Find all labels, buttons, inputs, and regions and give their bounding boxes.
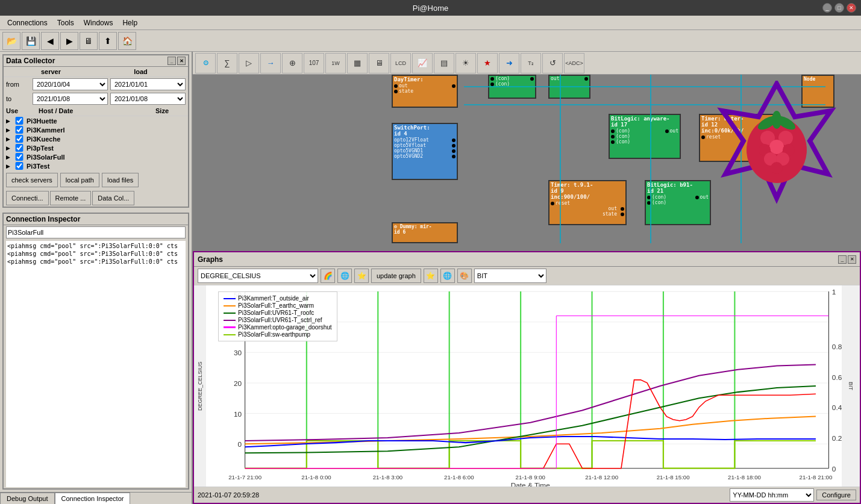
host-checkbox-pi3kueche[interactable] — [14, 135, 24, 143]
svg-text:20: 20 — [234, 380, 242, 387]
canvas-node[interactable]: SwitchPort:id 4 opto12VFloat opto5Vfloat… — [392, 123, 458, 180]
maximize-button[interactable]: □ — [834, 3, 844, 13]
list-item: ▶ Pi3pTest — [4, 143, 188, 152]
arduino-icon[interactable]: ⊙ — [195, 53, 216, 73]
reset-icon[interactable]: ↺ — [542, 53, 563, 73]
menu-windows[interactable]: Windows — [79, 17, 118, 28]
host-name: Pi3Test — [27, 163, 186, 170]
adc-icon[interactable]: <ADC> — [564, 53, 584, 73]
canvas-node[interactable]: out — [548, 75, 590, 99]
menu-help[interactable]: Help — [117, 17, 142, 28]
display-icon[interactable]: ▦ — [347, 53, 368, 73]
to-load-combo[interactable]: 2021/01/08 — [110, 93, 186, 105]
host-checkbox-pi3kammerl[interactable] — [14, 126, 24, 134]
load-files-button[interactable]: load files — [102, 173, 139, 187]
graph-rainbow-btn[interactable]: 🌈 — [321, 269, 335, 283]
left-panel: Data Collector _ ✕ server load from 2020… — [0, 52, 193, 504]
canvas-node[interactable]: BitLogic: anyware-id 17 (con)out (con) (… — [609, 114, 681, 159]
counter-icon[interactable]: 107 — [304, 53, 324, 73]
expand-icon[interactable]: ▶ — [6, 136, 12, 142]
svg-text:0.8: 0.8 — [832, 344, 842, 351]
bottom-tabs: Debug Output Connection Inspector — [0, 492, 192, 504]
debug-output-tab[interactable]: Debug Output — [0, 493, 55, 504]
connection-inspector-tab[interactable]: Connection Inspector — [55, 493, 131, 504]
upload-button[interactable]: ⬆ — [99, 32, 117, 50]
graph-star-fav-btn[interactable]: ⭐ — [354, 269, 369, 283]
onewire-icon[interactable]: 1W — [325, 53, 346, 73]
svg-point-3 — [778, 131, 793, 145]
graph-palette-btn[interactable]: 🎨 — [457, 269, 472, 283]
data-col-tab-button[interactable]: Data Col... — [92, 191, 134, 205]
matrix-icon[interactable]: ▤ — [434, 53, 454, 73]
graph-globe-btn[interactable]: 🌐 — [337, 269, 352, 283]
graphs-close-btn[interactable]: ✕ — [848, 255, 856, 264]
text-icon[interactable]: T₂ — [521, 53, 541, 73]
dc-minimize-btn[interactable]: _ — [168, 57, 176, 65]
date-format-combo[interactable]: YY-MM-DD hh:mm — [730, 488, 814, 502]
expand-icon[interactable]: ▶ — [6, 145, 12, 151]
minimize-button[interactable]: _ — [822, 3, 832, 13]
home-button[interactable]: 🏠 — [118, 32, 136, 50]
configure-button[interactable]: Configure — [816, 490, 856, 500]
graph-star2-btn[interactable]: ⭐ — [424, 269, 438, 283]
graph-globe2-btn[interactable]: 🌐 — [440, 269, 455, 283]
canvas-node[interactable]: Timer: t.9.1-id 9inc:900/100/ reset out … — [548, 180, 627, 225]
graph-legend: Pi3Kammerl:T_outside_air Pi3SolarFull:T_… — [218, 291, 337, 341]
canvas-node[interactable]: BitLogic: b91-id 21 (con)out (con) — [645, 180, 711, 225]
canvas-area[interactable]: DayTimer: out state SwitchPort:id 4 opto… — [193, 75, 861, 504]
host-checkbox-pi3solarfull[interactable] — [14, 153, 24, 161]
star-icon[interactable]: ★ — [477, 53, 498, 73]
sun-icon[interactable]: ☀ — [456, 53, 476, 73]
canvas-node[interactable]: Node — [801, 75, 834, 108]
close-button[interactable]: ✕ — [847, 3, 856, 13]
menu-connections[interactable]: Connections — [2, 17, 52, 28]
code-icon[interactable]: ∑ — [217, 53, 237, 73]
from-load-combo[interactable]: 2021/01/01 — [110, 78, 186, 90]
dc-close-btn[interactable]: ✕ — [177, 57, 186, 65]
host-checkbox-pi3ptest[interactable] — [14, 144, 24, 152]
arrow-right-icon[interactable]: → — [260, 53, 281, 73]
arrow-icon2[interactable]: ➜ — [499, 53, 519, 73]
graph-type-combo[interactable]: DEGREE_CELSIUS — [198, 269, 318, 283]
connection-inspector-input[interactable] — [6, 226, 186, 238]
canvas-node[interactable]: ⊙ Dummy: mir-id 6 — [392, 222, 458, 243]
svg-text:21-1-8 9:00: 21-1-8 9:00 — [516, 474, 545, 481]
monitor-button[interactable]: 🖥 — [80, 32, 98, 50]
check-servers-button[interactable]: check servers — [6, 173, 58, 187]
to-server-combo[interactable]: 2021/01/08 — [33, 93, 108, 105]
svg-text:10: 10 — [234, 411, 242, 418]
from-server-combo[interactable]: 2020/10/04 — [33, 78, 108, 90]
merge-icon[interactable]: ⊕ — [282, 53, 302, 73]
right-area: ⊙ ∑ ▷ → ⊕ 107 1W ▦ 🖥 LCD 📈 ▤ ☀ ★ ➜ T₂ ↺ … — [193, 52, 861, 504]
update-graph-button[interactable]: update graph — [371, 269, 421, 283]
expand-icon[interactable]: ▶ — [6, 163, 12, 169]
remote-tab-button[interactable]: Remote ... — [50, 191, 92, 205]
back-button[interactable]: ◀ — [41, 32, 59, 50]
save-button[interactable]: 💾 — [22, 32, 40, 50]
svg-text:21-1-7 21:00: 21-1-7 21:00 — [228, 474, 261, 481]
graphs-minimize-btn[interactable]: _ — [838, 255, 847, 264]
host-checkbox-pi3test[interactable] — [14, 162, 24, 170]
canvas-connections — [464, 75, 482, 219]
monitor-icon[interactable]: 🖥 — [369, 53, 389, 73]
size-col-header: Size — [155, 107, 186, 114]
new-button[interactable]: 📂 — [2, 32, 20, 50]
legend-label: Pi3Kammerl:T_outside_air — [238, 295, 309, 302]
menu-tools[interactable]: Tools — [52, 17, 79, 28]
expand-icon[interactable]: ▶ — [6, 127, 12, 133]
connections-tab-button[interactable]: Connecti... — [6, 191, 49, 205]
forward-button[interactable]: ▶ — [60, 32, 78, 50]
canvas-node[interactable]: Timer: water-id 12inc:0/60k/2k/ reset ou… — [699, 114, 777, 162]
expand-icon[interactable]: ▶ — [6, 118, 12, 124]
canvas-node[interactable]: (con) (con) — [488, 75, 536, 99]
gate-icon[interactable]: ▷ — [239, 53, 259, 73]
canvas-node[interactable]: DayTimer: out state — [392, 75, 458, 108]
chart-icon[interactable]: 📈 — [412, 53, 433, 73]
host-checkbox-pi3huette[interactable] — [14, 117, 24, 125]
lcd-icon[interactable]: LCD — [390, 53, 411, 73]
host-name: Pi3pTest — [27, 145, 186, 152]
local-path-button[interactable]: local path — [60, 173, 99, 187]
graph-area[interactable]: Pi3Kammerl:T_outside_air Pi3SolarFull:T_… — [206, 285, 842, 487]
bit-combo[interactable]: BIT — [474, 269, 546, 283]
expand-icon[interactable]: ▶ — [6, 154, 12, 160]
